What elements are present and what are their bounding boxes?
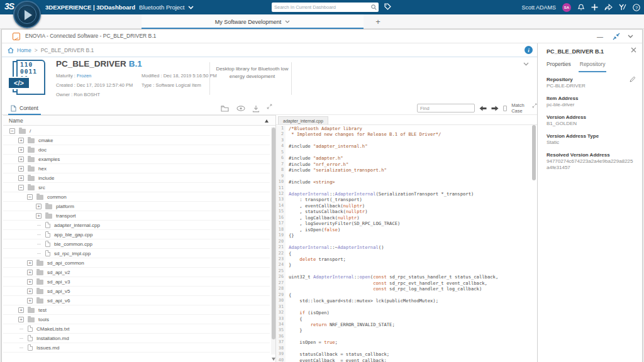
- tag-icon[interactable]: [384, 3, 391, 11]
- expand-icon[interactable]: +: [27, 298, 33, 304]
- tree-item-sd-api-v5[interactable]: +sd_api_v5: [3, 287, 270, 296]
- match-case-checkbox[interactable]: [503, 106, 507, 111]
- collapse-header-icon[interactable]: [523, 62, 529, 66]
- tree-item-label: sd_api_v5: [47, 288, 70, 294]
- collapse-icon[interactable]: −: [18, 185, 24, 190]
- tab-repository[interactable]: Repository: [580, 61, 606, 72]
- tree-item-sd-rpc-impl-cpp[interactable]: sd_rpc_impl.cpp: [3, 249, 270, 258]
- home-icon[interactable]: [8, 47, 14, 53]
- notification-bell-icon[interactable]: [577, 4, 585, 11]
- tree-item-label: sd_rpc_impl.cpp: [54, 251, 91, 256]
- tree-item-src[interactable]: −src: [3, 183, 270, 192]
- tree-item-cmakelists-txt[interactable]: CMakeLists.txt: [3, 324, 270, 334]
- tree-item-[interactable]: −/: [3, 126, 270, 136]
- user-name[interactable]: Scott ADAMS: [521, 4, 556, 11]
- collapse-icon[interactable]: −: [9, 128, 15, 134]
- tree-item-tools[interactable]: +tools: [3, 315, 270, 324]
- dashboard-name[interactable]: Bluetooth Project: [139, 4, 184, 11]
- restore-icon[interactable]: [612, 32, 621, 41]
- search-icon[interactable]: [371, 4, 377, 10]
- expand-icon[interactable]: [532, 103, 537, 108]
- tab-properties[interactable]: Properties: [547, 61, 571, 72]
- close-icon[interactable]: [631, 47, 636, 53]
- panel-field-value: pc-ble-driver: [547, 102, 635, 108]
- minimize-icon[interactable]: —: [596, 32, 604, 41]
- expand-icon[interactable]: +: [18, 307, 24, 313]
- folder-open-icon[interactable]: [221, 105, 230, 112]
- sort-ascending-icon[interactable]: [265, 119, 269, 123]
- share-icon[interactable]: [604, 4, 613, 11]
- tree-item-issues-md[interactable]: Issues.md: [3, 343, 270, 353]
- find-input[interactable]: [417, 104, 475, 112]
- scrollbar-thumb[interactable]: [532, 125, 536, 180]
- expand-icon[interactable]: +: [18, 166, 24, 172]
- tree-item-adapter-internal-cpp[interactable]: adapter_internal.cpp: [3, 221, 270, 230]
- tree-scrollbar[interactable]: [271, 127, 275, 354]
- expand-icon[interactable]: +: [18, 138, 24, 143]
- expand-icon[interactable]: +: [27, 270, 33, 275]
- swym-icon[interactable]: [619, 4, 626, 11]
- tree-item-transport[interactable]: +transport: [3, 211, 270, 221]
- tree-item-sd-api-v3[interactable]: +sd_api_v3: [3, 277, 270, 287]
- tree-item-platform[interactable]: +platform: [3, 202, 270, 211]
- folder-icon: [36, 270, 43, 275]
- find-next-icon[interactable]: [491, 106, 499, 111]
- tree-item-examples[interactable]: +examples: [3, 155, 270, 164]
- file-icon: [45, 241, 50, 247]
- expand-icon[interactable]: +: [36, 204, 42, 209]
- info-icon[interactable]: i: [525, 46, 533, 54]
- tree-item-installation-md[interactable]: Installation.md: [3, 334, 270, 343]
- tree-item-hex[interactable]: +hex: [3, 164, 270, 173]
- tree-column-header[interactable]: Name: [3, 115, 275, 126]
- tree-item-sd-api-v6[interactable]: +sd_api_v6: [3, 296, 270, 305]
- expand-icon[interactable]: +: [27, 288, 33, 294]
- expand-icon[interactable]: +: [18, 317, 24, 322]
- panel-field-value: 94770274c674223a2a4e9ba229a8225a4fe31457: [547, 158, 635, 171]
- expand-icon[interactable]: +: [18, 147, 24, 153]
- expand-icon[interactable]: +: [27, 260, 33, 266]
- compass-icon[interactable]: [13, 1, 41, 28]
- expand-icon[interactable]: +: [36, 213, 42, 219]
- preview-eye-icon[interactable]: [236, 106, 245, 111]
- panel-tabs: Properties Repository: [547, 61, 642, 72]
- tree-item-common[interactable]: −common: [3, 192, 270, 202]
- code-file-tab[interactable]: adapter_internal.cpp: [278, 116, 328, 124]
- code-badge: </>: [8, 77, 30, 89]
- chevron-down-icon[interactable]: [626, 32, 635, 41]
- line-number: 20: [276, 239, 284, 244]
- code-viewer-pane: adapter_internal.cpp 1234567891011121314…: [275, 115, 537, 362]
- tree-item-label: transport: [56, 213, 76, 219]
- tree-item-sd-api-common[interactable]: +sd_api_common: [3, 258, 270, 268]
- expand-icon[interactable]: +: [18, 156, 24, 162]
- find-previous-icon[interactable]: [479, 106, 487, 111]
- chevron-down-icon[interactable]: [285, 20, 290, 23]
- tree-item-cmake[interactable]: +cmake: [3, 136, 270, 145]
- code-line: , logCallback(nullptr): [289, 215, 532, 221]
- breadcrumb-home-link[interactable]: Home: [17, 47, 31, 53]
- tree-item-app-ble-gap-cpp[interactable]: app_ble_gap.cpp: [3, 230, 270, 239]
- tree-item-sd-api-v2[interactable]: +sd_api_v2: [3, 268, 270, 277]
- scrollbar-thumb[interactable]: [272, 128, 275, 339]
- download-icon[interactable]: [252, 105, 260, 112]
- help-icon[interactable]: ?: [633, 4, 640, 11]
- tab-my-software-development[interactable]: My Software Development: [142, 14, 364, 29]
- collapse-icon[interactable]: −: [27, 194, 33, 200]
- expand-icon[interactable]: [267, 104, 272, 109]
- item-revision: B.1: [129, 59, 142, 69]
- chevron-down-icon[interactable]: [188, 6, 194, 9]
- line-number: 4: [276, 143, 284, 149]
- user-avatar[interactable]: SA: [562, 3, 571, 12]
- code-scrollbar[interactable]: [532, 125, 536, 361]
- search-input[interactable]: [272, 4, 371, 10]
- add-tab-button[interactable]: +: [372, 16, 384, 27]
- add-icon[interactable]: [591, 4, 598, 11]
- expand-icon[interactable]: +: [18, 175, 24, 181]
- tree-item-ble-common-cpp[interactable]: ble_common.cpp: [3, 239, 270, 249]
- maturity-value[interactable]: Frozen: [77, 73, 91, 79]
- tree-item-test[interactable]: +test: [3, 305, 270, 315]
- expand-icon[interactable]: +: [27, 279, 33, 285]
- svg-text:?: ?: [635, 4, 638, 10]
- tree-item-doc[interactable]: +doc: [3, 145, 270, 155]
- tree-item-include[interactable]: +include: [3, 173, 270, 183]
- tab-content[interactable]: Content: [8, 101, 41, 115]
